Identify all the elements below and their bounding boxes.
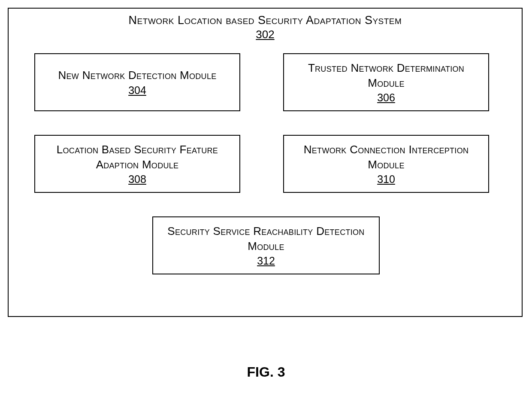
modules-area: New Network Detection Module 304 Trusted…: [9, 45, 522, 311]
system-container: Network Location based Security Adaptati…: [8, 8, 523, 317]
module-network-connection-interception: Network Connection Interception Module 3…: [283, 135, 489, 193]
figure-caption: FIG. 3: [0, 364, 532, 380]
module-title: Network Connection Interception Module: [289, 142, 483, 172]
module-reference-number: 312: [257, 255, 275, 267]
module-location-based-security-feature-adaption: Location Based Security Feature Adaption…: [34, 135, 240, 193]
system-reference-number: 302: [9, 28, 522, 41]
module-title: Security Service Reachability Detection …: [158, 224, 374, 254]
module-title: Location Based Security Feature Adaption…: [40, 142, 234, 172]
module-trusted-network-determination: Trusted Network Determination Module 306: [283, 53, 489, 111]
module-reference-number: 308: [128, 173, 146, 186]
module-title: Trusted Network Determination Module: [289, 61, 483, 91]
system-header: Network Location based Security Adaptati…: [9, 9, 522, 45]
module-reference-number: 306: [377, 91, 395, 104]
module-reference-number: 310: [377, 173, 395, 186]
system-title: Network Location based Security Adaptati…: [9, 14, 522, 27]
module-new-network-detection: New Network Detection Module 304: [34, 53, 240, 111]
module-security-service-reachability-detection: Security Service Reachability Detection …: [152, 216, 380, 274]
module-reference-number: 304: [128, 84, 146, 97]
module-title: New Network Detection Module: [58, 68, 216, 83]
